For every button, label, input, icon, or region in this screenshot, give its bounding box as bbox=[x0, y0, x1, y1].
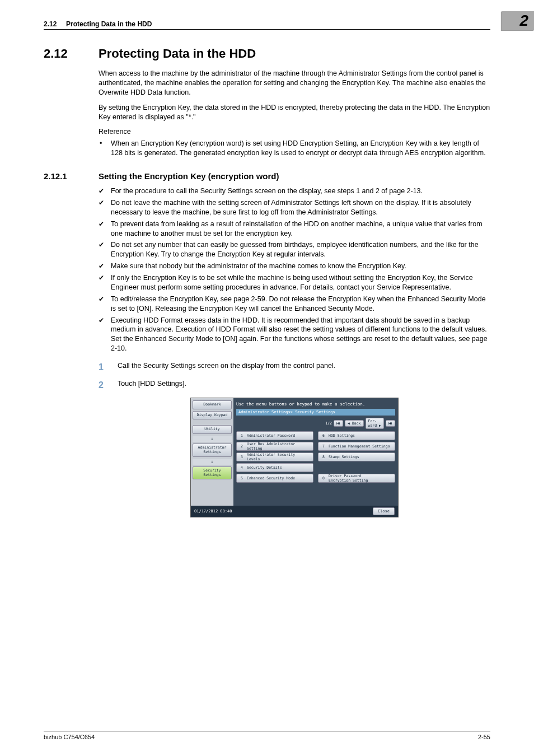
precaution-item: For the procedure to call the Security S… bbox=[99, 186, 490, 196]
header-section-number: 2.12 bbox=[44, 20, 57, 28]
menu-security-details[interactable]: 4Security Details bbox=[236, 463, 313, 472]
pager: 1/2 ⏮ ◀ Back For- ward ▶ ⏭ bbox=[236, 418, 395, 429]
precaution-item: To edit/release the Encryption Key, see … bbox=[99, 295, 490, 314]
step-number-1: 1 bbox=[99, 361, 107, 374]
panel-sidebar: Bookmark Display Keypad Utility ↓ Admini… bbox=[191, 398, 233, 506]
page-header: 2.12 Protecting Data in the HDD bbox=[44, 20, 490, 30]
page-indicator: 1/2 bbox=[325, 421, 332, 426]
menu-stamp-settings[interactable]: 8Stamp Settings bbox=[318, 452, 395, 461]
reference-item: When an Encryption Key (encryption word)… bbox=[99, 139, 490, 158]
page-footer: bizhub C754/C654 2-55 bbox=[44, 731, 490, 740]
display-keypad-button[interactable]: Display Keypad bbox=[193, 411, 232, 420]
breadcrumb: Administrator Settings> Security Setting… bbox=[236, 409, 395, 416]
arrow-down-icon: ↓ bbox=[193, 459, 232, 465]
precaution-item: Do not leave the machine with the settin… bbox=[99, 198, 490, 217]
menu-administrator-password[interactable]: 1Administrator Password bbox=[236, 431, 313, 440]
reference-label: Reference bbox=[99, 127, 490, 137]
section-title: Protecting Data in the HDD bbox=[99, 46, 256, 61]
chapter-marker: 2 bbox=[502, 11, 534, 30]
nav-first-button[interactable]: ⏮ bbox=[334, 420, 343, 427]
nav-last-button[interactable]: ⏭ bbox=[386, 420, 395, 427]
step-number-2: 2 bbox=[99, 379, 107, 391]
precaution-item: To prevent data from leaking as a result… bbox=[99, 220, 490, 239]
step-text: Touch [HDD Settings]. bbox=[118, 379, 186, 391]
section-number: 2.12 bbox=[44, 46, 83, 61]
menu-function-management[interactable]: 7Function Management Settings bbox=[318, 442, 395, 451]
utility-button[interactable]: Utility bbox=[193, 425, 232, 434]
administrator-settings-button[interactable]: Administrator Settings bbox=[193, 444, 232, 457]
menu-hdd-settings[interactable]: 6HDD Settings bbox=[318, 431, 395, 440]
back-button[interactable]: ◀ Back bbox=[345, 420, 363, 427]
step-row: 2 Touch [HDD Settings]. bbox=[99, 379, 490, 391]
footer-page-number: 2-55 bbox=[478, 734, 490, 740]
close-button[interactable]: Close bbox=[373, 507, 395, 515]
panel-timestamp: 01/17/2012 08:40 bbox=[194, 509, 232, 514]
menu-user-box-admin[interactable]: 2User Box Administrator Setting bbox=[236, 442, 313, 451]
step-text: Call the Security Settings screen on the… bbox=[118, 361, 335, 374]
arrow-down-icon: ↓ bbox=[193, 436, 232, 442]
subsection-number: 2.12.1 bbox=[44, 171, 83, 181]
security-settings-button[interactable]: Security Settings bbox=[193, 466, 232, 480]
menu-enhanced-security-mode[interactable]: 5Enhanced Security Mode bbox=[236, 474, 313, 483]
footer-model: bizhub C754/C654 bbox=[44, 734, 95, 740]
panel-screenshot: Bookmark Display Keypad Utility ↓ Admini… bbox=[190, 398, 399, 517]
header-section-title: Protecting Data in the HDD bbox=[66, 20, 152, 28]
step-row: 1 Call the Security Settings screen on t… bbox=[99, 361, 490, 374]
forward-button[interactable]: For- ward ▶ bbox=[366, 418, 384, 429]
menu-driver-password-encryption[interactable]: 0Driver Password Encryption Setting bbox=[318, 474, 395, 483]
precaution-item: If only the Encryption Key is to be set … bbox=[99, 273, 490, 292]
bookmark-button[interactable]: Bookmark bbox=[193, 400, 232, 409]
panel-footer: 01/17/2012 08:40 Close bbox=[191, 506, 398, 517]
precaution-item: Do not set any number that can easily be… bbox=[99, 240, 490, 259]
paragraph: By setting the Encryption Key, the data … bbox=[99, 103, 490, 122]
panel-hint: Use the menu buttons or keypad to make a… bbox=[236, 400, 395, 409]
menu-admin-security-levels[interactable]: 3Administrator Security Levels bbox=[236, 452, 313, 461]
subsection-title: Setting the Encryption Key (encryption w… bbox=[99, 171, 279, 181]
menu-grid: 1Administrator Password 6HDD Settings 2U… bbox=[236, 431, 395, 483]
precaution-item: Executing HDD Format erases data in the … bbox=[99, 316, 490, 354]
precaution-item: Make sure that nobody but the administra… bbox=[99, 262, 490, 271]
precaution-list: For the procedure to call the Security S… bbox=[99, 186, 490, 353]
panel-main: Use the menu buttons or keypad to make a… bbox=[233, 398, 398, 506]
paragraph: When access to the machine by the admini… bbox=[99, 69, 490, 97]
